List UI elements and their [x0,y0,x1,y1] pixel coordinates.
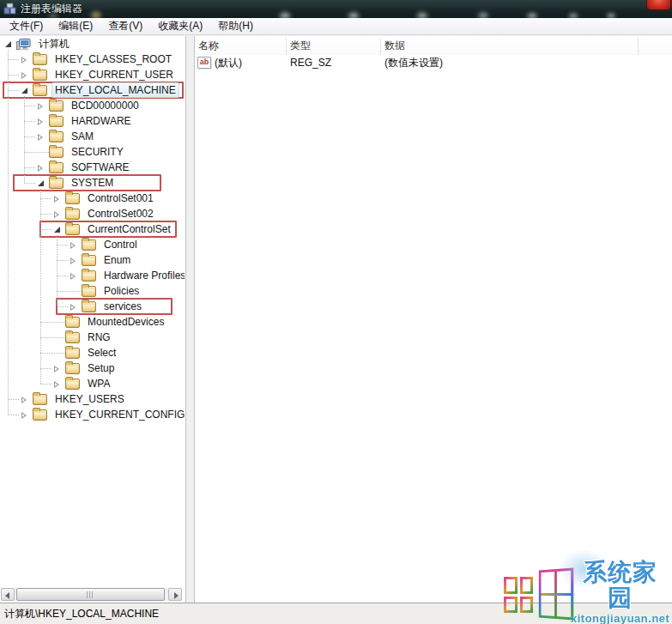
tree-item-hkey-current-config[interactable]: HKEY_CURRENT_CONFIG [0,407,185,422]
collapsed-arrow-icon[interactable] [20,410,29,420]
collapsed-arrow-icon[interactable] [20,395,29,404]
scroll-left-button[interactable] [1,588,15,601]
expanded-arrow-icon[interactable] [52,225,62,234]
tree-item-label: 计算机 [35,36,73,51]
arrow-spacer [52,333,62,342]
tree-item-rng[interactable]: RNG [0,330,185,345]
value-data: (数值未设置) [381,56,672,70]
tree-item-hardware[interactable]: HARDWARE [0,113,185,129]
tree-item-label: HKEY_CURRENT_USER [51,67,177,82]
collapsed-arrow-icon[interactable] [69,271,78,281]
tree-item-policies[interactable]: Policies [0,283,185,299]
tree-item-wpa[interactable]: WPA [0,376,185,391]
column-header-data[interactable]: 数据 [381,38,639,55]
collapsed-arrow-icon[interactable] [20,55,29,64]
tree-connector-stub [24,121,35,122]
tree-item-label: SYSTEM [68,175,117,191]
tree-item-label: WPA [84,376,113,391]
titlebar-glass-blur [0,0,672,18]
watermark-title: 系统家园 [571,560,669,611]
tree-item-计算机[interactable]: 计算机 [0,36,185,51]
collapsed-arrow-icon[interactable] [36,101,45,111]
tree-item-controlset001[interactable]: ControlSet001 [0,191,185,206]
tree-connector-stub [8,415,19,415]
collapsed-arrow-icon[interactable] [69,302,78,312]
folder-icon [65,379,80,390]
tree-item-currentcontrolset[interactable]: CurrentControlSet [0,221,185,237]
tree-item-security[interactable]: SECURITY [0,144,185,160]
folder-icon [82,301,96,312]
value-row[interactable]: ab(默认)REG_SZ(数值未设置) [195,55,672,70]
scrollbar-track[interactable] [15,588,168,601]
tree-connector-stub [57,260,68,261]
collapsed-arrow-icon[interactable] [69,256,78,265]
tree-connector-stub [24,106,35,106]
tree-item-services[interactable]: services [0,299,185,314]
menu-item-file[interactable]: 文件(F) [2,17,51,35]
tree-connector-line [57,235,58,305]
tree-item-hkey-classes-root[interactable]: HKEY_CLASSES_ROOT [0,51,185,67]
column-header-name[interactable]: 名称 [195,38,287,55]
red-annotation-box: services [56,298,173,315]
tree-item-enum[interactable]: Enum [0,252,185,268]
tree-item-system[interactable]: SYSTEM [0,175,185,191]
collapsed-arrow-icon[interactable] [52,379,62,389]
collapsed-arrow-icon[interactable] [52,364,62,373]
menu-item-edit[interactable]: 编辑(E) [51,17,100,35]
tree-connector-stub [8,59,19,60]
tree-item-sam[interactable]: SAM [0,129,185,144]
folder-icon [49,131,64,142]
collapsed-arrow-icon[interactable] [36,132,45,142]
folder-icon [49,162,64,173]
tree-item-label: BCD00000000 [68,98,142,113]
collapsed-arrow-icon[interactable] [36,117,45,126]
collapsed-arrow-icon[interactable] [52,209,62,219]
collapsed-arrow-icon[interactable] [69,240,78,250]
tree-connector-stub [40,368,51,369]
close-button[interactable] [646,0,671,10]
expanded-arrow-icon[interactable] [20,86,29,95]
title-bar: 注册表编辑器 [0,0,672,18]
tree-item-hkey-current-user[interactable]: HKEY_CURRENT_USER [0,67,185,82]
registry-tree-panel: 计算机HKEY_CLASSES_ROOTHKEY_CURRENT_USERHKE… [0,36,186,603]
value-type: REG_SZ [287,57,381,69]
folder-icon [33,70,47,81]
status-path: 计算机\HKEY_LOCAL_MACHINE [4,607,159,621]
tree-item-hkey-users[interactable]: HKEY_USERS [0,391,185,407]
scroll-right-button[interactable] [168,588,182,601]
scrollbar-thumb[interactable] [16,588,165,601]
expanded-arrow-icon[interactable] [36,179,45,188]
tree-item-hardware-profiles[interactable]: Hardware Profiles [0,268,185,283]
window-title: 注册表编辑器 [21,2,82,16]
tree-item-hkey-local-machine[interactable]: HKEY_LOCAL_MACHINE [0,82,185,98]
menu-item-favorites[interactable]: 收藏夹(A) [150,17,210,35]
main-area: 计算机HKEY_CLASSES_ROOTHKEY_CURRENT_USERHKE… [0,36,672,603]
tree-horizontal-scrollbar[interactable] [1,588,182,601]
collapsed-arrow-icon[interactable] [52,194,62,203]
registry-editor-icon [3,3,16,15]
menu-bar: 文件(F)编辑(E)查看(V)收藏夹(A)帮助(H) [0,18,672,35]
value-name: (默认) [215,56,242,70]
tree-item-bcd00000000[interactable]: BCD00000000 [0,98,185,113]
tree-item-controlset002[interactable]: ControlSet002 [0,206,185,221]
folder-icon [49,116,64,127]
collapsed-arrow-icon[interactable] [20,70,29,80]
folder-icon [82,239,96,251]
tree-connector-line [24,96,25,183]
column-header-type[interactable]: 类型 [287,38,381,55]
tree-item-control[interactable]: Control [0,237,185,252]
folder-icon [65,209,80,220]
red-annotation-box: CurrentControlSet [39,221,177,238]
collapsed-arrow-icon[interactable] [36,163,45,173]
tree-item-select[interactable]: Select [0,345,185,360]
tree-item-label: Hardware Profiles [100,268,185,283]
menu-item-help[interactable]: 帮助(H) [210,17,261,35]
menu-item-view[interactable]: 查看(V) [100,17,150,35]
tree-item-mounteddevices[interactable]: MountedDevices [0,314,185,330]
tree-item-setup[interactable]: Setup [0,360,185,376]
expanded-arrow-icon[interactable] [3,39,13,49]
tree-item-label: RNG [84,330,114,345]
red-annotation-box: SYSTEM [13,174,161,191]
tree-item-software[interactable]: SOFTWARE [0,160,185,175]
folder-icon [49,178,64,189]
